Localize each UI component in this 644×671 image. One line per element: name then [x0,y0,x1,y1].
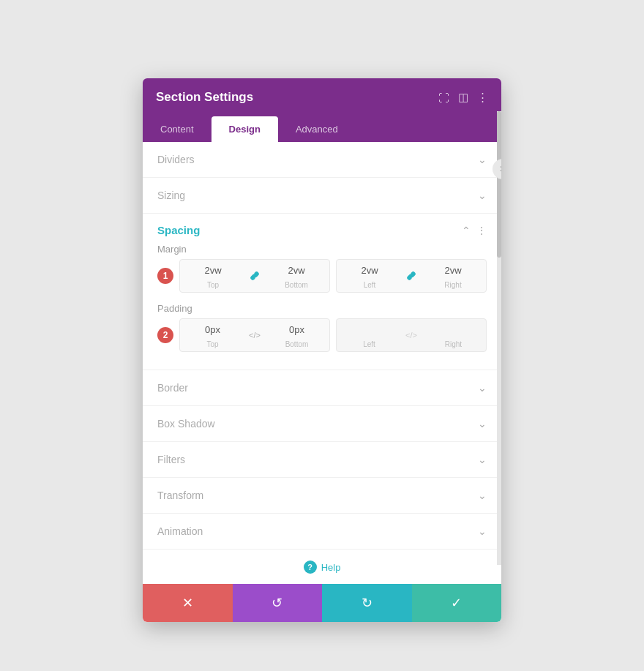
padding-badge: 2 [157,327,173,343]
margin-right-wrap: Right [420,260,486,292]
margin-top-label: Top [207,281,219,292]
padding-left-input[interactable] [337,319,402,340]
margin-left-wrap: Left [337,260,402,292]
dividers-row[interactable]: Dividers ⌄ [143,142,501,178]
box-shadow-label: Box Shadow [157,418,215,430]
spacing-header-actions: ⌃ ⋮ [462,225,487,236]
animation-chevron: ⌄ [478,525,487,537]
panel-title: Section Settings [156,90,253,105]
animation-row[interactable]: Animation ⌄ [143,514,501,549]
margin-left-input[interactable] [337,260,402,281]
filters-row[interactable]: Filters ⌄ [143,442,501,478]
tab-design[interactable]: Design [211,116,278,142]
margin-link-icon[interactable] [246,271,263,281]
undo-button[interactable]: ↺ [233,584,323,622]
padding-code-icon-2[interactable]: </> [402,331,421,340]
padding-right-label: Right [445,340,462,351]
padding-top-label: Top [206,340,218,351]
padding-left-right-pair: Left </> Right [336,318,487,352]
padding-bottom-wrap: Bottom [264,319,329,351]
margin-fields-row: 1 Top Bottom [157,259,487,293]
padding-fields-row: 2 Top </> Bottom [157,318,487,352]
margin-top-bottom-pair: Top Bottom [179,259,330,293]
sizing-chevron: ⌄ [478,190,487,201]
box-shadow-chevron: ⌄ [478,418,487,430]
padding-left-wrap: Left [337,319,402,351]
help-label: Help [321,562,341,573]
more-icon[interactable]: ⋮ [477,91,488,104]
section-settings-panel: Section Settings ⛶ ◫ ⋮ Content Design Ad… [143,78,501,622]
columns-icon[interactable]: ◫ [458,91,468,104]
header-icons: ⛶ ◫ ⋮ [438,91,488,104]
dividers-label: Dividers [157,154,195,165]
redo-button[interactable]: ↻ [322,584,412,622]
margin-group: Margin 1 Top Bottom [157,244,487,293]
action-bar: ✕ ↺ ↻ ✓ [143,584,501,622]
margin-link-icon-2[interactable] [402,271,420,281]
padding-top-wrap: Top [180,319,245,351]
tab-content[interactable]: Content [143,116,211,142]
spacing-section: Spacing ⌃ ⋮ Margin 1 Top [143,214,501,370]
padding-right-wrap: Right [421,319,486,351]
help-icon: ? [304,561,317,574]
border-label: Border [157,382,188,394]
spacing-collapse-icon[interactable]: ⌃ [462,225,471,236]
margin-bottom-input[interactable] [263,260,329,281]
margin-top-input[interactable] [180,260,246,281]
scrollbar-track [497,111,501,565]
transform-label: Transform [157,490,203,501]
transform-chevron: ⌄ [478,490,487,501]
dividers-chevron: ⌄ [478,154,487,165]
margin-left-label: Left [364,281,376,292]
transform-row[interactable]: Transform ⌄ [143,478,501,514]
margin-badge: 1 [157,268,173,284]
margin-left-right-pair: Left Right [336,259,487,293]
cancel-button[interactable]: ✕ [143,584,233,622]
tab-advanced[interactable]: Advanced [278,116,356,142]
margin-right-label: Right [444,281,461,292]
spacing-title: Spacing [157,224,200,236]
spacing-more-icon[interactable]: ⋮ [476,225,487,236]
padding-group: Padding 2 Top </> Bott [157,303,487,352]
margin-top-wrap: Top [180,260,246,292]
padding-top-input[interactable] [180,319,245,340]
animation-label: Animation [157,525,203,537]
padding-bottom-input[interactable] [264,319,329,340]
padding-left-label: Left [363,340,375,351]
tabs-bar: Content Design Advanced [143,116,501,142]
padding-code-icon[interactable]: </> [245,331,264,340]
margin-bottom-label: Bottom [285,281,308,292]
padding-top-bottom-pair: Top </> Bottom [179,318,330,352]
box-shadow-row[interactable]: Box Shadow ⌄ [143,406,501,442]
filters-chevron: ⌄ [478,454,487,465]
margin-bottom-wrap: Bottom [263,260,329,292]
border-row[interactable]: Border ⌄ [143,370,501,406]
filters-label: Filters [157,454,185,465]
panel-header: Section Settings ⛶ ◫ ⋮ [143,78,501,116]
padding-label: Padding [157,303,487,314]
border-chevron: ⌄ [478,382,487,394]
scrollbar-thumb[interactable] [497,111,501,258]
help-button[interactable]: ? Help [304,561,341,574]
sizing-row[interactable]: Sizing ⌄ [143,178,501,214]
panel-body: Dividers ⌄ Sizing ⌄ Spacing ⌃ ⋮ Margin 1 [143,142,501,622]
save-button[interactable]: ✓ [412,584,502,622]
focus-icon[interactable]: ⛶ [438,91,449,104]
panel-footer: ? Help [143,549,501,584]
spacing-header: Spacing ⌃ ⋮ [157,214,487,244]
padding-bottom-label: Bottom [285,340,309,351]
margin-right-input[interactable] [420,260,486,281]
margin-label: Margin [157,244,487,255]
sizing-label: Sizing [157,190,185,201]
padding-right-input[interactable] [421,319,486,340]
